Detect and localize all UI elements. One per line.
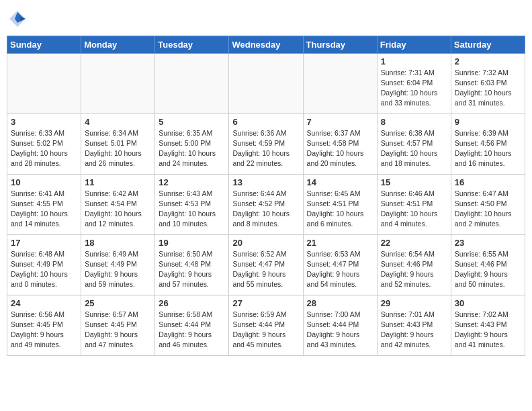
calendar-cell: 23Sunrise: 6:55 AMSunset: 4:46 PMDayligh… xyxy=(451,234,525,295)
logo-icon xyxy=(8,9,27,28)
day-info: Sunrise: 6:56 AMSunset: 4:45 PMDaylight:… xyxy=(11,310,77,351)
day-number: 9 xyxy=(455,117,521,127)
page-header xyxy=(7,7,525,32)
day-number: 18 xyxy=(85,238,151,248)
day-info: Sunrise: 7:02 AMSunset: 4:43 PMDaylight:… xyxy=(455,310,521,351)
calendar-cell: 30Sunrise: 7:02 AMSunset: 4:43 PMDayligh… xyxy=(451,295,525,355)
weekday-header: Friday xyxy=(377,36,451,53)
calendar-week-row: 24Sunrise: 6:56 AMSunset: 4:45 PMDayligh… xyxy=(7,295,525,355)
day-number: 1 xyxy=(381,56,447,66)
day-number: 3 xyxy=(11,117,77,127)
calendar-cell: 1Sunrise: 7:31 AMSunset: 6:04 PMDaylight… xyxy=(377,53,451,113)
day-number: 13 xyxy=(232,177,299,187)
day-info: Sunrise: 6:52 AMSunset: 4:47 PMDaylight:… xyxy=(232,249,299,290)
calendar-cell: 2Sunrise: 7:32 AMSunset: 6:03 PMDaylight… xyxy=(451,53,525,113)
logo xyxy=(7,9,27,32)
day-number: 20 xyxy=(232,238,299,248)
calendar-cell: 28Sunrise: 7:00 AMSunset: 4:44 PMDayligh… xyxy=(303,295,377,355)
day-info: Sunrise: 6:37 AMSunset: 4:58 PMDaylight:… xyxy=(307,128,373,169)
day-info: Sunrise: 6:54 AMSunset: 4:46 PMDaylight:… xyxy=(381,249,447,290)
calendar-cell: 22Sunrise: 6:54 AMSunset: 4:46 PMDayligh… xyxy=(377,234,451,295)
calendar-cell: 20Sunrise: 6:52 AMSunset: 4:47 PMDayligh… xyxy=(229,234,303,295)
day-number: 25 xyxy=(85,298,151,308)
day-number: 29 xyxy=(381,298,447,308)
calendar-cell: 29Sunrise: 7:01 AMSunset: 4:43 PMDayligh… xyxy=(377,295,451,355)
day-number: 24 xyxy=(11,298,77,308)
day-number: 28 xyxy=(307,298,373,308)
day-number: 21 xyxy=(307,238,373,248)
day-number: 11 xyxy=(85,177,151,187)
day-info: Sunrise: 6:53 AMSunset: 4:47 PMDaylight:… xyxy=(307,249,373,290)
day-info: Sunrise: 7:01 AMSunset: 4:43 PMDaylight:… xyxy=(381,310,447,351)
day-number: 2 xyxy=(455,56,521,66)
calendar-cell: 21Sunrise: 6:53 AMSunset: 4:47 PMDayligh… xyxy=(303,234,377,295)
day-info: Sunrise: 6:47 AMSunset: 4:50 PMDaylight:… xyxy=(455,189,521,230)
calendar-week-row: 3Sunrise: 6:33 AMSunset: 5:02 PMDaylight… xyxy=(7,113,525,174)
calendar-week-row: 1Sunrise: 7:31 AMSunset: 6:04 PMDaylight… xyxy=(7,53,525,113)
calendar-cell xyxy=(303,53,377,113)
calendar-cell: 7Sunrise: 6:37 AMSunset: 4:58 PMDaylight… xyxy=(303,113,377,174)
calendar-cell: 5Sunrise: 6:35 AMSunset: 5:00 PMDaylight… xyxy=(155,113,229,174)
day-info: Sunrise: 6:57 AMSunset: 4:45 PMDaylight:… xyxy=(85,310,151,351)
day-number: 16 xyxy=(455,177,521,187)
day-info: Sunrise: 7:32 AMSunset: 6:03 PMDaylight:… xyxy=(455,68,521,109)
calendar-cell: 9Sunrise: 6:39 AMSunset: 4:56 PMDaylight… xyxy=(451,113,525,174)
calendar-cell: 16Sunrise: 6:47 AMSunset: 4:50 PMDayligh… xyxy=(451,174,525,234)
weekday-header: Thursday xyxy=(303,36,377,53)
day-info: Sunrise: 6:46 AMSunset: 4:51 PMDaylight:… xyxy=(381,189,447,230)
calendar-body: 1Sunrise: 7:31 AMSunset: 6:04 PMDaylight… xyxy=(7,53,525,355)
day-info: Sunrise: 6:48 AMSunset: 4:49 PMDaylight:… xyxy=(11,249,77,290)
day-info: Sunrise: 6:45 AMSunset: 4:51 PMDaylight:… xyxy=(307,189,373,230)
weekday-header: Monday xyxy=(81,36,155,53)
calendar-cell: 26Sunrise: 6:58 AMSunset: 4:44 PMDayligh… xyxy=(155,295,229,355)
day-number: 23 xyxy=(455,238,521,248)
day-number: 8 xyxy=(381,117,447,127)
day-number: 7 xyxy=(307,117,373,127)
weekday-header: Saturday xyxy=(451,36,525,53)
day-number: 10 xyxy=(11,177,77,187)
calendar-cell: 10Sunrise: 6:41 AMSunset: 4:55 PMDayligh… xyxy=(7,174,81,234)
day-number: 17 xyxy=(11,238,77,248)
weekday-header: Wednesday xyxy=(229,36,303,53)
day-info: Sunrise: 6:41 AMSunset: 4:55 PMDaylight:… xyxy=(11,189,77,230)
weekday-header-row: SundayMondayTuesdayWednesdayThursdayFrid… xyxy=(7,36,525,53)
calendar-cell: 11Sunrise: 6:42 AMSunset: 4:54 PMDayligh… xyxy=(81,174,155,234)
calendar-cell: 15Sunrise: 6:46 AMSunset: 4:51 PMDayligh… xyxy=(377,174,451,234)
calendar-cell: 3Sunrise: 6:33 AMSunset: 5:02 PMDaylight… xyxy=(7,113,81,174)
day-number: 15 xyxy=(381,177,447,187)
calendar-cell: 25Sunrise: 6:57 AMSunset: 4:45 PMDayligh… xyxy=(81,295,155,355)
calendar-cell xyxy=(229,53,303,113)
day-number: 22 xyxy=(381,238,447,248)
calendar-cell: 12Sunrise: 6:43 AMSunset: 4:53 PMDayligh… xyxy=(155,174,229,234)
day-number: 6 xyxy=(232,117,299,127)
calendar-cell: 19Sunrise: 6:50 AMSunset: 4:48 PMDayligh… xyxy=(155,234,229,295)
day-info: Sunrise: 7:00 AMSunset: 4:44 PMDaylight:… xyxy=(307,310,373,351)
calendar-cell: 18Sunrise: 6:49 AMSunset: 4:49 PMDayligh… xyxy=(81,234,155,295)
day-info: Sunrise: 6:33 AMSunset: 5:02 PMDaylight:… xyxy=(11,128,77,169)
calendar-cell: 13Sunrise: 6:44 AMSunset: 4:52 PMDayligh… xyxy=(229,174,303,234)
calendar-week-row: 10Sunrise: 6:41 AMSunset: 4:55 PMDayligh… xyxy=(7,174,525,234)
day-info: Sunrise: 6:39 AMSunset: 4:56 PMDaylight:… xyxy=(455,128,521,169)
day-number: 27 xyxy=(232,298,299,308)
calendar-cell xyxy=(7,53,81,113)
day-number: 14 xyxy=(307,177,373,187)
calendar-cell: 27Sunrise: 6:59 AMSunset: 4:44 PMDayligh… xyxy=(229,295,303,355)
day-info: Sunrise: 6:43 AMSunset: 4:53 PMDaylight:… xyxy=(159,189,225,230)
weekday-header: Tuesday xyxy=(155,36,229,53)
day-number: 26 xyxy=(159,298,225,308)
day-number: 5 xyxy=(159,117,225,127)
day-info: Sunrise: 6:34 AMSunset: 5:01 PMDaylight:… xyxy=(85,128,151,169)
day-number: 12 xyxy=(159,177,225,187)
calendar-cell xyxy=(81,53,155,113)
day-number: 30 xyxy=(455,298,521,308)
weekday-header: Sunday xyxy=(7,36,81,53)
calendar-cell xyxy=(155,53,229,113)
day-number: 19 xyxy=(159,238,225,248)
day-info: Sunrise: 6:38 AMSunset: 4:57 PMDaylight:… xyxy=(381,128,447,169)
day-info: Sunrise: 7:31 AMSunset: 6:04 PMDaylight:… xyxy=(381,68,447,109)
day-info: Sunrise: 6:55 AMSunset: 4:46 PMDaylight:… xyxy=(455,249,521,290)
calendar-cell: 24Sunrise: 6:56 AMSunset: 4:45 PMDayligh… xyxy=(7,295,81,355)
day-info: Sunrise: 6:36 AMSunset: 4:59 PMDaylight:… xyxy=(232,128,299,169)
calendar-cell: 8Sunrise: 6:38 AMSunset: 4:57 PMDaylight… xyxy=(377,113,451,174)
day-info: Sunrise: 6:42 AMSunset: 4:54 PMDaylight:… xyxy=(85,189,151,230)
